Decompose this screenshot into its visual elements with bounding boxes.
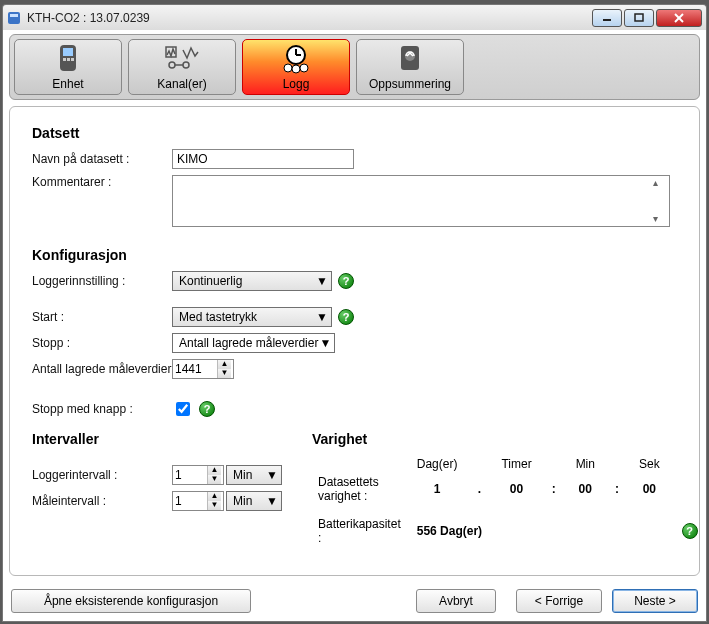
battery-capacity-label: Batterikapasitet : — [314, 515, 405, 547]
tab-oppsummering[interactable]: Oppsummering — [356, 39, 464, 95]
maximize-button[interactable] — [624, 9, 654, 27]
bottom-bar: Åpne eksisterende konfigurasjon Avbryt <… — [11, 589, 698, 613]
stored-count-label: Antall lagrede måleverdier — [32, 362, 192, 376]
section-intervals-title: Intervaller — [32, 431, 282, 447]
stop-with-button-checkbox[interactable] — [176, 402, 190, 416]
dataset-days: 1 — [407, 473, 468, 505]
help-icon[interactable]: ? — [682, 523, 698, 539]
dataset-comment-label: Kommentarer : — [32, 175, 172, 189]
sep: . — [469, 473, 489, 505]
logger-setting-label: Loggerinnstilling : — [32, 274, 172, 288]
tab-strip: Enhet Kanal(er) Logg Oppsummering — [9, 34, 700, 100]
spin-down-icon[interactable]: ▼ — [218, 369, 231, 378]
combo-value: Kontinuerlig — [179, 274, 315, 288]
log-interval-spinner[interactable]: ▲▼ — [172, 465, 224, 485]
dataset-duration-label: Datasettets varighet : — [314, 473, 405, 505]
logger-setting-select[interactable]: Kontinuerlig ▼ — [172, 271, 332, 291]
start-label: Start : — [32, 310, 172, 324]
svg-rect-8 — [63, 58, 66, 61]
chevron-down-icon: ▼ — [265, 468, 279, 482]
help-icon[interactable]: ? — [338, 273, 354, 289]
start-select[interactable]: Med tastetrykk ▼ — [172, 307, 332, 327]
window-title: KTH-CO2 : 13.07.0239 — [27, 11, 592, 25]
hdr-sec: Sek — [629, 457, 670, 471]
tab-label: Logg — [283, 77, 310, 91]
svg-rect-10 — [71, 58, 74, 61]
minimize-button[interactable] — [592, 9, 622, 27]
summary-icon — [398, 43, 422, 75]
app-icon — [7, 11, 21, 25]
next-button[interactable]: Neste > — [612, 589, 698, 613]
device-icon — [57, 43, 79, 75]
cancel-button[interactable]: Avbryt — [416, 589, 496, 613]
meas-interval-label: Måleintervall : — [32, 494, 172, 508]
stop-label: Stopp : — [32, 336, 172, 350]
stop-select[interactable]: Antall lagrede måleverdier ▼ — [172, 333, 335, 353]
hdr-days: Dag(er) — [407, 457, 468, 471]
duration-table: Dag(er) Timer Min Sek Datasettets varigh… — [312, 455, 704, 549]
help-icon[interactable]: ? — [338, 309, 354, 325]
meas-interval-input[interactable] — [173, 492, 207, 510]
section-config-title: Konfigurasjon — [32, 247, 677, 263]
log-interval-unit-select[interactable]: Min ▼ — [226, 465, 282, 485]
chevron-down-icon: ▼ — [315, 310, 329, 324]
svg-rect-3 — [635, 14, 643, 21]
stored-count-spinner[interactable]: ▲▼ — [172, 359, 234, 379]
back-button[interactable]: < Forrige — [516, 589, 602, 613]
tab-kanaler[interactable]: Kanal(er) — [128, 39, 236, 95]
tab-label: Enhet — [52, 77, 83, 91]
stored-count-input[interactable] — [173, 360, 217, 378]
tab-label: Oppsummering — [369, 77, 451, 91]
svg-point-20 — [300, 64, 308, 72]
sep: : — [544, 473, 564, 505]
svg-point-18 — [284, 64, 292, 72]
dataset-name-input[interactable] — [172, 149, 354, 169]
tab-enhet[interactable]: Enhet — [14, 39, 122, 95]
svg-point-19 — [292, 65, 300, 73]
help-icon[interactable]: ? — [199, 401, 215, 417]
log-interval-label: Loggerintervall : — [32, 468, 172, 482]
main-panel: Datsett Navn på datasett : Kommentarer :… — [9, 106, 700, 576]
chevron-down-icon: ▼ — [318, 336, 332, 350]
meas-interval-spinner[interactable]: ▲▼ — [172, 491, 224, 511]
channels-icon — [165, 43, 199, 75]
hdr-min: Min — [566, 457, 605, 471]
svg-rect-0 — [8, 12, 20, 24]
sep: : — [607, 473, 627, 505]
client-area: Enhet Kanal(er) Logg Oppsummering Datset… — [2, 30, 707, 622]
combo-value: Min — [233, 494, 265, 508]
tab-label: Kanal(er) — [157, 77, 206, 91]
dataset-hours: 00 — [491, 473, 541, 505]
close-button[interactable] — [656, 9, 702, 27]
meas-interval-unit-select[interactable]: Min ▼ — [226, 491, 282, 511]
chevron-down-icon: ▼ — [315, 274, 329, 288]
title-bar: KTH-CO2 : 13.07.0239 — [2, 4, 707, 30]
open-config-button[interactable]: Åpne eksisterende konfigurasjon — [11, 589, 251, 613]
log-interval-input[interactable] — [173, 466, 207, 484]
svg-point-12 — [169, 62, 175, 68]
combo-value: Med tastetrykk — [179, 310, 315, 324]
combo-value: Min — [233, 468, 265, 482]
svg-rect-9 — [67, 58, 70, 61]
stop-with-button-label: Stopp med knapp : — [32, 402, 172, 416]
section-datset-title: Datsett — [32, 125, 677, 141]
dataset-name-label: Navn på datasett : — [32, 152, 172, 166]
section-duration-title: Varighet — [312, 431, 704, 447]
combo-value: Antall lagrede måleverdier — [179, 336, 318, 350]
tab-logg[interactable]: Logg — [242, 39, 350, 95]
svg-rect-1 — [10, 14, 18, 17]
dataset-sec: 00 — [629, 473, 670, 505]
dataset-comment-input[interactable] — [172, 175, 670, 227]
svg-point-14 — [183, 62, 189, 68]
spin-down-icon[interactable]: ▼ — [208, 501, 221, 510]
spin-down-icon[interactable]: ▼ — [208, 475, 221, 484]
battery-capacity-value: 556 Dag(er) — [407, 515, 670, 547]
svg-rect-7 — [63, 48, 73, 56]
dataset-min: 00 — [566, 473, 605, 505]
columns-wrap: Intervaller Loggerintervall : ▲▼ Min ▼ M… — [32, 431, 677, 549]
chevron-down-icon: ▼ — [265, 494, 279, 508]
window-buttons — [592, 9, 702, 27]
textarea-scroll-arrows: ▴▾ — [653, 178, 667, 224]
comment-wrapper: ▴▾ — [172, 175, 670, 227]
hdr-hours: Timer — [491, 457, 541, 471]
